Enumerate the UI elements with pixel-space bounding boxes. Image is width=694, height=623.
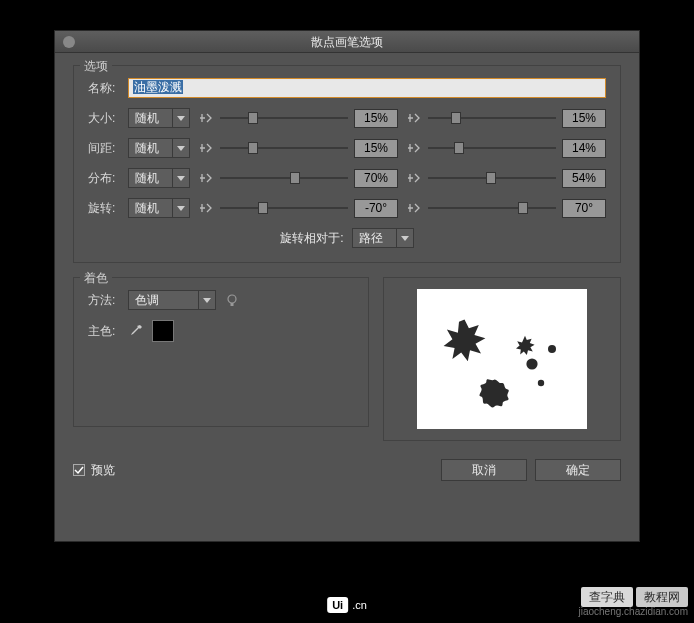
param-slider-1[interactable] — [220, 170, 348, 186]
rotation-relative-select[interactable]: 路径 — [352, 228, 414, 248]
preview-panel — [383, 277, 621, 441]
link-left-icon[interactable] — [198, 170, 214, 186]
name-input[interactable]: 油墨泼溅 — [128, 78, 606, 98]
param-value-1[interactable]: -70° — [354, 199, 398, 218]
chevron-down-icon — [172, 168, 190, 188]
param-label: 旋转: — [88, 200, 120, 217]
brush-preview — [417, 289, 587, 429]
name-row: 名称: 油墨泼溅 — [88, 78, 606, 98]
ui-cn-logo: Ui.cn — [327, 597, 367, 613]
chevron-down-icon — [172, 108, 190, 128]
param-label: 分布: — [88, 170, 120, 187]
param-value-1[interactable]: 15% — [354, 139, 398, 158]
dialog-title: 散点画笔选项 — [311, 35, 383, 49]
param-label: 间距: — [88, 140, 120, 157]
name-label: 名称: — [88, 80, 120, 97]
param-slider-2[interactable] — [428, 110, 556, 126]
key-color-row: 主色: — [88, 320, 354, 342]
link-left-icon[interactable] — [198, 140, 214, 156]
param-value-1[interactable]: 70% — [354, 169, 398, 188]
chevron-down-icon — [172, 198, 190, 218]
param-row-2: 分布:随机70%54% — [88, 168, 606, 188]
param-value-1[interactable]: 15% — [354, 109, 398, 128]
method-row: 方法: 色调 — [88, 290, 354, 310]
param-slider-1[interactable] — [220, 200, 348, 216]
link-right-icon[interactable] — [406, 200, 422, 216]
param-value-2[interactable]: 70° — [562, 199, 606, 218]
coloring-legend: 着色 — [80, 270, 112, 287]
svg-rect-1 — [231, 303, 234, 306]
chevron-down-icon — [172, 138, 190, 158]
preview-checkbox[interactable]: 预览 — [73, 462, 115, 479]
preview-label: 预览 — [91, 462, 115, 479]
rotation-relative-row: 旋转相对于: 路径 — [88, 228, 606, 248]
param-mode-select[interactable]: 随机 — [128, 138, 190, 158]
param-mode-select[interactable]: 随机 — [128, 108, 190, 128]
param-slider-2[interactable] — [428, 140, 556, 156]
param-mode-select[interactable]: 随机 — [128, 168, 190, 188]
cancel-button[interactable]: 取消 — [441, 459, 527, 481]
param-row-3: 旋转:随机-70°70° — [88, 198, 606, 218]
link-right-icon[interactable] — [406, 110, 422, 126]
dialog-titlebar[interactable]: 散点画笔选项 — [55, 31, 639, 53]
method-label: 方法: — [88, 292, 120, 309]
link-left-icon[interactable] — [198, 110, 214, 126]
dialog-footer: 预览 取消 确定 — [73, 459, 621, 481]
param-label: 大小: — [88, 110, 120, 127]
param-slider-1[interactable] — [220, 110, 348, 126]
eyedropper-icon[interactable] — [128, 323, 144, 339]
param-slider-2[interactable] — [428, 200, 556, 216]
ok-button[interactable]: 确定 — [535, 459, 621, 481]
link-right-icon[interactable] — [406, 140, 422, 156]
key-color-swatch[interactable] — [152, 320, 174, 342]
coloring-fieldset: 着色 方法: 色调 主色: — [73, 277, 369, 427]
options-legend: 选项 — [80, 58, 112, 75]
method-select[interactable]: 色调 — [128, 290, 216, 310]
param-value-2[interactable]: 14% — [562, 139, 606, 158]
tips-icon[interactable] — [224, 292, 240, 308]
param-row-1: 间距:随机15%14% — [88, 138, 606, 158]
chevron-down-icon — [198, 290, 216, 310]
param-value-2[interactable]: 54% — [562, 169, 606, 188]
param-slider-1[interactable] — [220, 140, 348, 156]
watermark: 查字典 教程网 jiaocheng.chazidian.com — [578, 589, 688, 617]
svg-point-4 — [538, 380, 544, 386]
chevron-down-icon — [396, 228, 414, 248]
param-row-0: 大小:随机15%15% — [88, 108, 606, 128]
param-mode-select[interactable]: 随机 — [128, 198, 190, 218]
checkbox-icon — [73, 464, 85, 476]
options-fieldset: 选项 名称: 油墨泼溅 大小:随机15%15%间距:随机15%14%分布:随机7… — [73, 65, 621, 263]
svg-point-3 — [548, 345, 556, 353]
svg-point-2 — [526, 358, 537, 369]
close-icon[interactable] — [63, 36, 75, 48]
rotation-relative-label: 旋转相对于: — [280, 230, 343, 247]
key-color-label: 主色: — [88, 323, 120, 340]
param-value-2[interactable]: 15% — [562, 109, 606, 128]
link-left-icon[interactable] — [198, 200, 214, 216]
svg-point-0 — [228, 295, 236, 303]
brush-options-dialog: 散点画笔选项 选项 名称: 油墨泼溅 大小:随机15%15%间距:随机15%14… — [54, 30, 640, 542]
link-right-icon[interactable] — [406, 170, 422, 186]
param-slider-2[interactable] — [428, 170, 556, 186]
